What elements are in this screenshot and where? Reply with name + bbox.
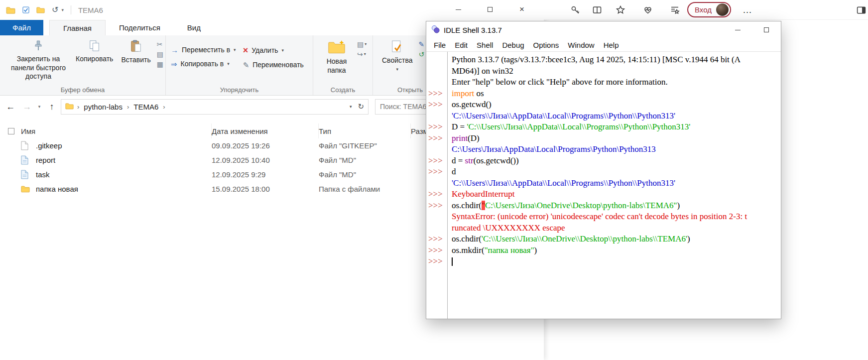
menu-edit[interactable]: Edit bbox=[450, 41, 472, 49]
folder-icon bbox=[21, 185, 36, 193]
copy-button[interactable]: Копировать bbox=[72, 39, 117, 65]
column-header-date[interactable]: Дата изменения bbox=[212, 123, 319, 138]
qat-new-folder-icon[interactable] bbox=[36, 6, 45, 13]
file-name: report bbox=[36, 156, 212, 164]
shell-prompt: >>> bbox=[426, 121, 447, 133]
copy-to-button[interactable]: ⇒ Копировать в ▾ bbox=[171, 60, 236, 68]
shell-line: >>>d bbox=[426, 166, 781, 178]
select-all-checkbox[interactable] bbox=[8, 128, 14, 134]
close-button[interactable]: × bbox=[506, 0, 538, 19]
shell-prompt bbox=[426, 54, 447, 66]
address-folder-icon bbox=[65, 103, 74, 111]
address-bar[interactable]: › python-labs › TEMA6 › ▾ ↻ bbox=[61, 99, 369, 115]
menu-shell[interactable]: Shell bbox=[472, 41, 497, 49]
delete-button[interactable]: × Удалить ▾ bbox=[243, 46, 304, 55]
shell-line: 'C:\\Users\\Лиза\\AppData\\Local\\Progra… bbox=[426, 178, 781, 189]
shell-prompt: >>> bbox=[426, 245, 447, 256]
edit-icon[interactable]: ✎ bbox=[418, 41, 424, 48]
qat-caret-icon[interactable]: ▾ bbox=[61, 7, 64, 12]
shell-code: os.getcwd() bbox=[447, 99, 492, 111]
breadcrumb-chevron-icon: › bbox=[77, 103, 79, 111]
password-key-icon[interactable] bbox=[570, 4, 581, 15]
properties-button[interactable]: Свойства ▾ bbox=[378, 39, 416, 73]
shell-line: runcated \UXXXXXXXX escape bbox=[426, 223, 781, 234]
tab-view[interactable]: Вид bbox=[174, 20, 214, 35]
shell-prompt: >>> bbox=[426, 155, 447, 167]
breadcrumb-tema6[interactable]: TEMA6 bbox=[132, 103, 159, 111]
shell-code: os.mkdir("папка новая") bbox=[447, 245, 537, 256]
caret-icon: ▾ bbox=[282, 48, 284, 53]
ribbon-group-clipboard: Закрепить на панели быстрого доступа Коп… bbox=[0, 35, 165, 95]
shell-line: >>>os.mkdir("папка новая") bbox=[426, 245, 781, 256]
rename-button[interactable]: ✎ Переименовать bbox=[243, 61, 304, 69]
idle-maximize-button[interactable] bbox=[752, 21, 781, 38]
explorer-titlebar: ↺ ▾ TEMA6 × bbox=[0, 0, 544, 20]
shell-prompt: >>> bbox=[426, 234, 447, 245]
qat-undo-icon[interactable]: ↺ bbox=[52, 6, 58, 14]
shell-code: os.chdir("C:\Users\Лиза\OneDrive\Desktop… bbox=[447, 200, 680, 212]
ribbon-group-organize: → Переместить в ▾ ⇒ Копировать в ▾ × Уда… bbox=[165, 35, 313, 95]
column-header-name[interactable]: Имя bbox=[21, 123, 212, 138]
pin-quick-access-button[interactable]: Закрепить на панели быстрого доступа bbox=[5, 39, 72, 82]
shell-code: D = 'C:\\Users\\Лиза\\AppData\\Local\\Pr… bbox=[447, 121, 690, 133]
menu-file[interactable]: File bbox=[429, 41, 450, 49]
recent-locations-caret-icon[interactable]: ▾ bbox=[36, 104, 43, 109]
paste-shortcut-icon[interactable]: ▦ bbox=[157, 61, 163, 68]
move-to-button[interactable]: → Переместить в ▾ bbox=[171, 46, 236, 54]
back-button[interactable]: ← bbox=[3, 102, 18, 112]
new-item-icon[interactable]: ▤▾ bbox=[357, 41, 367, 48]
idle-titlebar: IDLE Shell 3.13.7 bbox=[426, 21, 781, 38]
menu-window[interactable]: Window bbox=[563, 41, 599, 49]
menu-debug[interactable]: Debug bbox=[497, 41, 528, 49]
shell-prompt bbox=[426, 77, 447, 88]
paste-icon bbox=[130, 40, 142, 54]
menu-options[interactable]: Options bbox=[529, 41, 564, 49]
sidebar-toggle-icon[interactable] bbox=[856, 4, 867, 15]
qat-properties-icon[interactable] bbox=[22, 6, 29, 13]
signin-button[interactable]: Вход bbox=[687, 2, 731, 17]
file-name: папка новая bbox=[36, 185, 212, 193]
shell-line: >>>D = 'C:\\Users\\Лиза\\AppData\\Local\… bbox=[426, 121, 781, 133]
address-dropdown-icon[interactable]: ▾ bbox=[350, 104, 352, 109]
ribbon-group-new: Новая папка ▤▾ ↪▾ Создать bbox=[313, 35, 372, 95]
minimize-button[interactable] bbox=[442, 0, 474, 19]
more-menu-icon[interactable]: … bbox=[742, 4, 753, 15]
shell-code: Enter "help" below or click "Help" above… bbox=[447, 77, 668, 88]
paste-button[interactable]: Вставить bbox=[117, 39, 154, 66]
idle-minimize-button[interactable] bbox=[723, 21, 752, 38]
shell-code: print(D) bbox=[447, 133, 480, 144]
browser-essentials-icon[interactable] bbox=[642, 4, 653, 15]
file-date: 15.09.2025 18:00 bbox=[212, 185, 319, 193]
history-icon[interactable]: ↺ bbox=[418, 51, 424, 58]
tab-home[interactable]: Главная bbox=[49, 20, 106, 35]
split-screen-icon[interactable] bbox=[592, 4, 603, 15]
maximize-button[interactable] bbox=[474, 0, 506, 19]
properties-icon bbox=[391, 40, 403, 55]
column-header-type[interactable]: Тип bbox=[319, 123, 411, 138]
file-name: .gitkeep bbox=[36, 141, 212, 150]
shell-line: >>>print(D) bbox=[426, 133, 781, 144]
menu-help[interactable]: Help bbox=[599, 41, 623, 49]
idle-app-icon bbox=[431, 25, 440, 35]
tab-file[interactable]: Файл bbox=[0, 20, 43, 35]
refresh-icon[interactable]: ↻ bbox=[358, 102, 364, 111]
cut-icon[interactable]: ✂ bbox=[157, 41, 163, 48]
idle-shell-text[interactable]: Python 3.13.7 (tags/v3.13.7:bcee1c3, Aug… bbox=[426, 52, 781, 319]
collections-icon[interactable] bbox=[669, 4, 680, 15]
new-folder-button[interactable]: Новая папка bbox=[318, 39, 355, 76]
shell-prompt: >>> bbox=[426, 133, 447, 144]
forward-button[interactable]: → bbox=[19, 102, 34, 112]
breadcrumb-python-labs[interactable]: python-labs bbox=[83, 103, 124, 111]
shell-code: C:\Users\Лиза\AppData\Local\Programs\Pyt… bbox=[447, 144, 656, 155]
shell-code: 'C:\\Users\\Лиза\\AppData\\Local\\Progra… bbox=[447, 111, 675, 122]
up-button[interactable]: ↑ bbox=[44, 102, 59, 112]
profile-avatar bbox=[716, 3, 729, 16]
shell-prompt bbox=[426, 144, 447, 155]
copy-path-icon[interactable]: ▤ bbox=[157, 51, 163, 58]
favorites-star-icon[interactable] bbox=[615, 4, 626, 15]
tab-share[interactable]: Поделиться bbox=[106, 20, 174, 35]
shell-prompt: >>> bbox=[426, 189, 447, 200]
shell-prompt: >>> bbox=[426, 88, 447, 100]
shell-code: Python 3.13.7 (tags/v3.13.7:bcee1c3, Aug… bbox=[447, 54, 741, 66]
easy-access-icon[interactable]: ↪▾ bbox=[357, 51, 367, 58]
